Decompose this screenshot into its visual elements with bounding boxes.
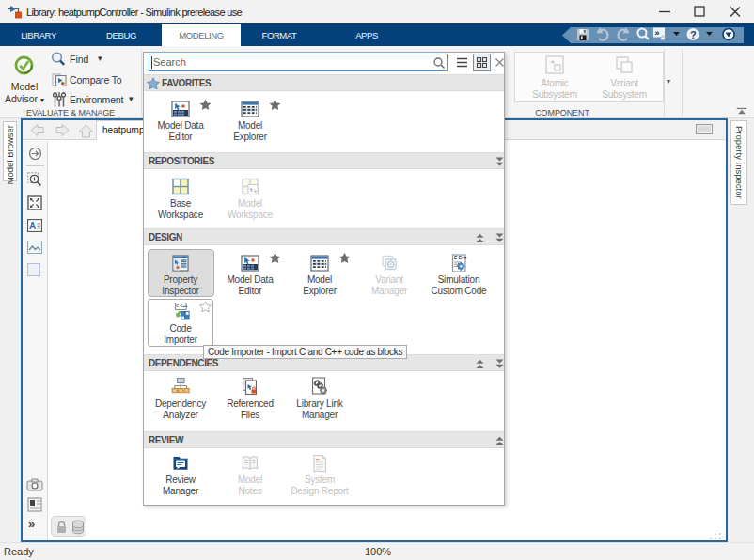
svg-text:»: » [655, 28, 660, 38]
svg-text:A: A [29, 221, 36, 231]
svg-text:?: ? [690, 29, 697, 40]
